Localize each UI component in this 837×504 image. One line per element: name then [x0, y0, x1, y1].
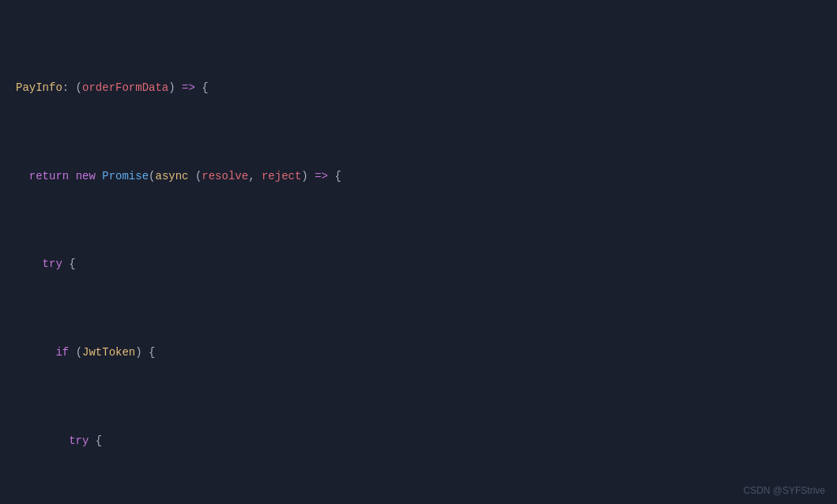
code-block: PayInfo: (orderFormData) => { return new… — [0, 0, 837, 504]
code-line-1: PayInfo: (orderFormData) => { — [0, 79, 837, 96]
code-line-2: return new Promise(async (resolve, rejec… — [0, 167, 837, 185]
code-line-5: try { — [0, 432, 837, 449]
watermark: CSDN @SYFStrive — [743, 485, 825, 496]
code-line-3: try { — [0, 255, 837, 273]
code-line-4: if (JwtToken) { — [0, 344, 837, 361]
